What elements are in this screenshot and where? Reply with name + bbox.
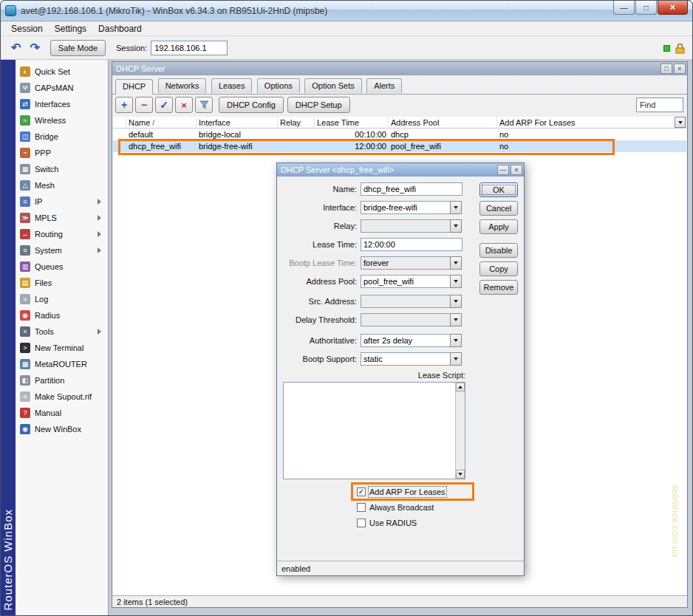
scrollbar[interactable] [455,383,465,479]
dialog-titlebar[interactable]: DHCP Server <dhcp_free_wifi> — × [277,163,524,177]
sidebar-item-system[interactable]: ¤System [16,242,108,259]
sidebar-item-mesh[interactable]: △Mesh [16,177,108,194]
address-pool-dropdown-button[interactable] [450,275,462,288]
scroll-up-button[interactable] [456,383,465,391]
dhcp-window-close-button[interactable]: × [674,64,686,74]
sidebar-item-queues[interactable]: ▥Queues [16,259,108,275]
dhcp-window-maximize-button[interactable]: □ [660,64,672,74]
column-name[interactable]: Name/ [126,117,197,129]
address-pool-select[interactable]: pool_free_wifi [361,275,451,288]
lease-script-textarea[interactable] [283,382,465,479]
copy-button[interactable]: Copy [479,261,518,276]
column-lease-time[interactable]: Lease Time [315,117,389,129]
sidebar-item-switch[interactable]: ▦Switch [16,161,108,177]
maximize-button[interactable]: □ [635,1,657,15]
bootp-lease-time-dropdown-button[interactable] [450,256,462,270]
disable-button-dialog[interactable]: Disable [479,243,518,258]
table-header[interactable]: Name/ Interface Relay Lease Time Address… [113,117,686,129]
sidebar-item-ip[interactable]: ≡IP [16,194,108,210]
sidebar-item-new-terminal[interactable]: >New Terminal [16,340,108,356]
interface-dropdown-button[interactable] [450,201,462,214]
sidebar-item-partition[interactable]: ◧Partition [16,372,108,389]
remove-button-dialog[interactable]: Remove [479,280,518,295]
column-address-pool[interactable]: Address Pool [389,117,497,129]
ok-button[interactable]: OK [479,182,518,197]
sidebar-item-make-supout[interactable]: ≡Make Supout.rif [16,389,108,405]
undo-button[interactable]: ↶ [7,41,25,55]
sidebar-item-files[interactable]: ▤Files [16,275,108,291]
session-address-field[interactable]: 192.168.106.1 [151,41,228,55]
menu-settings[interactable]: Settings [49,22,92,35]
src-address-dropdown-button[interactable] [450,295,462,308]
relay-select[interactable] [361,219,451,233]
find-input[interactable]: Find [636,97,683,112]
sidebar-item-log[interactable]: ≡Log [16,291,108,307]
add-button[interactable]: + [115,97,133,113]
safe-mode-button[interactable]: Safe Mode [50,40,106,56]
lease-script-label: Lease Script: [283,371,465,380]
close-button[interactable]: × [658,1,688,15]
bootp-support-dropdown-button[interactable] [450,352,462,366]
checkbox-row-use-radius[interactable]: Use RADIUS [357,517,518,529]
add-arp-checkbox[interactable]: ✓ [357,487,366,496]
disable-button[interactable]: × [175,97,193,113]
sidebar-item-tools[interactable]: ×Tools [16,324,108,340]
delay-threshold-select[interactable] [361,313,451,326]
minimize-button[interactable]: — [613,1,635,15]
remove-button[interactable]: − [135,97,153,113]
enable-button[interactable]: ✓ [155,97,173,113]
dialog-minimize-button[interactable]: — [497,165,509,175]
always-broadcast-checkbox[interactable] [357,503,366,512]
interface-select[interactable]: bridge-free-wifi [361,201,451,214]
sidebar-item-manual[interactable]: ?Manual [16,405,108,421]
sidebar-item-label: Quick Set [35,67,70,76]
name-input[interactable]: dhcp_free_wifi [361,182,462,196]
use-radius-checkbox[interactable] [357,519,366,527]
column-relay[interactable]: Relay [278,117,315,129]
tab-leases[interactable]: Leases [211,78,252,93]
tab-networks[interactable]: Networks [158,78,207,93]
dhcp-window-titlebar[interactable]: DHCP Server □ × [112,62,687,75]
authoritative-select[interactable]: after 2s delay [361,334,451,347]
filter-button[interactable] [195,97,213,113]
table-row-selected[interactable]: dhcp_free_wifi bridge-free-wifi 12:00:00… [113,140,686,152]
redo-button[interactable]: ↷ [25,41,44,55]
dialog-close-button[interactable]: × [511,165,522,175]
src-address-select[interactable] [361,295,451,308]
bootp-support-select[interactable]: static [361,352,451,366]
checkbox-row-always-broadcast[interactable]: Always Broadcast [357,502,518,513]
sidebar-item-interfaces[interactable]: ⇄Interfaces [16,96,108,112]
app-titlebar[interactable]: avet@192.168.106.1 (MikroTik) - WinBox v… [1,1,692,21]
menu-dashboard[interactable]: Dashboard [92,22,148,35]
tab-options[interactable]: Options [257,78,300,93]
table-row[interactable]: default bridge-local 00:10:00 dhcp no [113,129,686,140]
sidebar-item-new-winbox[interactable]: ◉New WinBox [16,421,108,437]
tab-option-sets[interactable]: Option Sets [304,78,361,93]
scroll-down-button[interactable] [456,470,465,479]
apply-button[interactable]: Apply [479,219,518,234]
sidebar-item-metarouter[interactable]: ▩MetaROUTER [16,356,108,372]
dhcp-config-button[interactable]: DHCP Config [219,97,284,113]
menu-session[interactable]: Session [5,22,49,35]
cancel-button[interactable]: Cancel [479,201,518,216]
sidebar-item-wireless[interactable]: ≈Wireless [16,112,108,129]
column-filter-dropdown[interactable] [675,117,686,128]
delay-threshold-dropdown-button[interactable] [450,313,462,326]
checkbox-row-add-arp[interactable]: ✓ Add ARP For Leases [357,486,518,498]
authoritative-dropdown-button[interactable] [450,334,462,347]
sidebar-item-mpls[interactable]: ≫MPLS [16,210,108,226]
lease-time-input[interactable]: 12:00:00 [361,238,462,251]
sidebar-item-bridge[interactable]: ◫Bridge [16,129,108,145]
sidebar-item-radius[interactable]: ◉Radius [16,307,108,324]
relay-dropdown-button[interactable] [450,219,462,233]
column-interface[interactable]: Interface [197,117,278,129]
tab-alerts[interactable]: Alerts [366,78,402,93]
dhcp-setup-button[interactable]: DHCP Setup [287,97,350,113]
bootp-lease-time-select[interactable]: forever [361,256,451,270]
tab-dhcp[interactable]: DHCP [115,79,153,95]
sidebar-item-ppp[interactable]: ~PPP [16,145,108,161]
sidebar-item-capsman[interactable]: ΨCAPsMAN [16,80,108,96]
sidebar-item-quick-set[interactable]: ◐Quick Set [16,64,108,80]
sidebar-item-routing[interactable]: ↔Routing [16,226,108,242]
column-add-arp[interactable]: Add ARP For Leases [497,117,686,129]
